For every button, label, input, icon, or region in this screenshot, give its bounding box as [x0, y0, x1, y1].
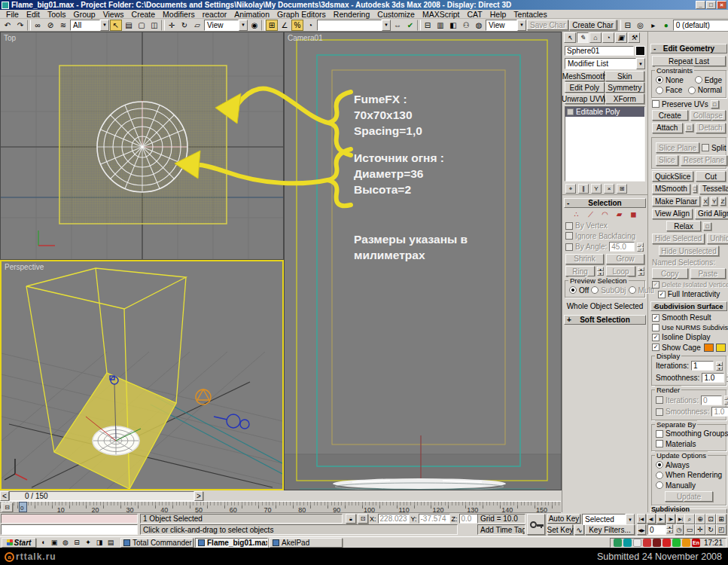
- display-iterations-field[interactable]: 1: [691, 361, 714, 371]
- tray-icon[interactable]: [614, 539, 622, 547]
- modifier-list-dropdown[interactable]: Modifier List ▼: [565, 58, 645, 69]
- ring-spinner[interactable]: [597, 267, 604, 276]
- dropdown-arrow-icon[interactable]: ▼: [239, 20, 248, 31]
- menu-item[interactable]: MAXScript: [419, 10, 464, 19]
- viewport-nav-button[interactable]: ✛: [695, 524, 705, 535]
- rollout-edit-geometry[interactable]: - Edit Geometry: [650, 44, 727, 53]
- create-button[interactable]: Create: [652, 110, 688, 121]
- render-smoothness-field[interactable]: 1.0: [711, 407, 728, 417]
- panel-tab-icon[interactable]: ▣: [615, 32, 627, 43]
- hide-selected-button[interactable]: Hide Selected: [652, 234, 705, 244]
- quick-launch-icon[interactable]: ✦: [83, 538, 93, 548]
- planar-z-button[interactable]: Z: [720, 197, 726, 206]
- render-smoothness-checkbox[interactable]: [656, 408, 663, 416]
- tray-icon[interactable]: [653, 539, 661, 547]
- stack-tool-icon[interactable]: ⊞: [617, 184, 627, 194]
- update-always-radio[interactable]: [656, 461, 663, 469]
- tray-icon[interactable]: [663, 539, 671, 547]
- toolbar-icon[interactable]: ◉: [248, 20, 260, 31]
- delete-isolated-vertices-checkbox[interactable]: [652, 281, 659, 289]
- render-iterations-spinner[interactable]: [724, 396, 728, 405]
- viewport-nav-button[interactable]: ↻: [705, 524, 716, 535]
- taskbar-task-button[interactable]: Total Commander 7.0 - 1...: [120, 538, 193, 548]
- reset-plane-button[interactable]: Reset Plane: [681, 155, 727, 166]
- constraint-edge-radio[interactable]: [695, 76, 702, 84]
- quick-launch-icon[interactable]: ▤: [105, 538, 116, 548]
- start-button[interactable]: Start: [2, 538, 36, 548]
- toolbar-icon[interactable]: %: [291, 20, 303, 31]
- absolute-mode-toggle[interactable]: ⊡: [358, 514, 368, 524]
- viewport-camera-label[interactable]: Camera01: [288, 34, 323, 42]
- by-angle-spinner[interactable]: [637, 243, 644, 252]
- menu-item[interactable]: Tentacles: [510, 10, 550, 19]
- menu-item[interactable]: Customize: [373, 10, 419, 19]
- key-step-toggle[interactable]: ◀▶: [637, 524, 646, 535]
- quickslice-button[interactable]: QuickSlice: [652, 171, 693, 182]
- stack-tool-icon[interactable]: ∥: [578, 184, 589, 194]
- by-vertex-checkbox[interactable]: [565, 222, 573, 230]
- menu-item[interactable]: CAT: [464, 10, 486, 19]
- restore-button[interactable]: □: [706, 1, 716, 9]
- toolbar-icon[interactable]: ✔: [404, 20, 416, 31]
- detach-button[interactable]: Detach: [696, 123, 726, 133]
- menu-item[interactable]: Help: [486, 10, 510, 19]
- maxscript-listener-pink[interactable]: [1, 514, 138, 524]
- subobject-level-icon[interactable]: ⟋: [586, 210, 595, 219]
- cage-color-swatch[interactable]: [704, 344, 714, 352]
- viewport-perspective-label[interactable]: Perspective: [5, 263, 44, 271]
- tessellate-button[interactable]: Tessellate: [699, 184, 728, 194]
- toolbar-icon[interactable]: ●: [660, 20, 672, 31]
- toolbar-icon[interactable]: ◫: [148, 20, 160, 31]
- set-key-button[interactable]: Set Key: [547, 524, 573, 535]
- object-name-field[interactable]: Sphere01: [565, 46, 634, 56]
- close-button[interactable]: ×: [717, 1, 726, 9]
- menu-item[interactable]: Rendering: [330, 10, 373, 19]
- modifier-button[interactable]: Symmetry: [605, 82, 645, 93]
- menu-item[interactable]: Views: [99, 10, 128, 19]
- track-bar[interactable]: ⊟ 0 102030405060708090100110120130140150: [0, 501, 561, 513]
- quick-launch-icon[interactable]: ◍: [60, 538, 71, 548]
- rollout-subdivision-surface[interactable]: - Subdivision Surface: [650, 301, 727, 311]
- playback-button[interactable]: ▶: [656, 514, 666, 524]
- loop-spinner[interactable]: [638, 267, 644, 276]
- toolbar-icon[interactable]: ⚇: [460, 20, 472, 31]
- toolbar-icon[interactable]: [161, 20, 165, 31]
- modifier-button[interactable]: MeshSmooth: [565, 71, 605, 81]
- use-nurms-checkbox[interactable]: [652, 324, 659, 331]
- quick-launch-icon[interactable]: ▣: [49, 538, 59, 548]
- make-planar-button[interactable]: Make Planar: [652, 196, 700, 206]
- toolbar-icon[interactable]: [261, 20, 265, 31]
- auto-key-button[interactable]: Auto Key: [547, 514, 580, 524]
- menu-item[interactable]: Graph Editors: [273, 10, 330, 19]
- toolbar-icon[interactable]: ▢: [136, 20, 148, 31]
- tray-icon[interactable]: En: [692, 539, 700, 547]
- save-character-button[interactable]: Save Char: [527, 20, 568, 30]
- taskbar-task-button[interactable]: AkelPad: [270, 538, 343, 548]
- render-iterations-field[interactable]: 0: [701, 396, 722, 405]
- stack-tool-icon[interactable]: ×: [604, 184, 614, 194]
- toolbar-icon[interactable]: ▥: [434, 20, 446, 31]
- dropdown-arrow-icon[interactable]: ▼: [636, 58, 645, 69]
- attach-button[interactable]: Attach: [652, 123, 683, 133]
- ignore-backfacing-checkbox[interactable]: [565, 232, 573, 240]
- stack-item-editable-poly[interactable]: Editable Poly: [565, 107, 644, 117]
- key-mode-dropdown[interactable]: Selected▼: [582, 514, 635, 525]
- smoothing-groups-checkbox[interactable]: [656, 430, 663, 438]
- modifier-button[interactable]: Unwrap UVW: [565, 93, 605, 104]
- viewport-top-label[interactable]: Top: [4, 34, 16, 42]
- tray-icon[interactable]: [623, 539, 632, 547]
- toolbar-icon[interactable]: ▸: [647, 20, 659, 31]
- layer-dropdown[interactable]: 0 (default)▼: [673, 20, 728, 31]
- planar-x-button[interactable]: X: [702, 197, 708, 206]
- minimize-button[interactable]: _: [696, 1, 705, 9]
- constraint-none-radio[interactable]: [656, 76, 663, 84]
- modifier-button[interactable]: XForm: [605, 93, 645, 104]
- subobject-level-icon[interactable]: ▰: [614, 210, 624, 219]
- slice-button[interactable]: Slice: [656, 155, 678, 166]
- toolbar-icon[interactable]: ⊟: [422, 20, 434, 31]
- panel-tab-icon[interactable]: ⌂: [589, 32, 602, 43]
- toolbar-icon[interactable]: ▱: [191, 20, 203, 31]
- y-coordinate-field[interactable]: -37.574: [419, 514, 450, 524]
- viewport-nav-button[interactable]: ▭: [684, 524, 695, 535]
- display-smoothness-field[interactable]: 1.0: [702, 373, 724, 383]
